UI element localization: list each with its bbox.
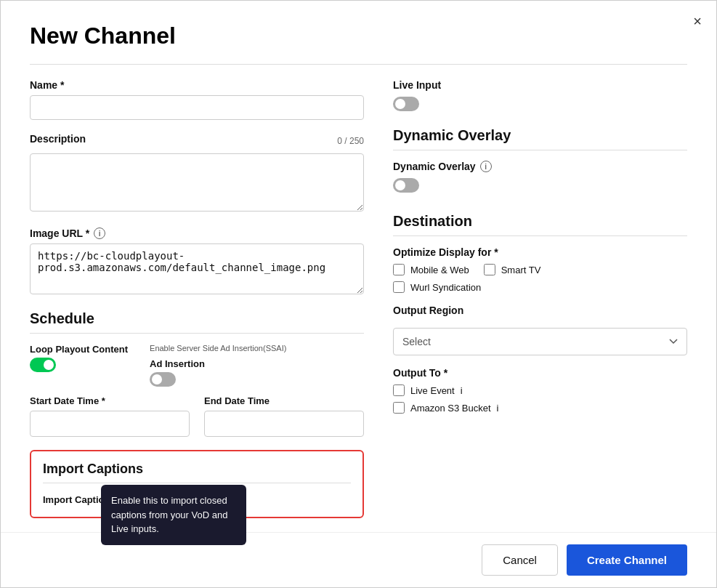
close-button[interactable]: × [693,14,702,28]
start-date-field: Start Date Time * [30,395,190,437]
schedule-title: Schedule [30,310,364,327]
end-date-field: End Date Time [204,395,364,437]
import-captions-divider [43,483,351,483]
wurl-syndication-checkbox[interactable] [393,281,405,293]
description-label: Description [30,133,86,145]
live-event-checkbox[interactable] [393,384,405,396]
optimize-display-group: Mobile & Web Smart TV Wurl Syndication [393,264,687,293]
amazon-s3-checkbox[interactable] [393,402,405,414]
live-event-label: Live Event [410,385,455,396]
left-column: Name * Description 0 / 250 Image URL * i… [30,79,364,518]
loop-playout-toggle[interactable] [30,358,56,372]
output-to-section: Output To * Live Event i Amazon S3 Bucke… [393,367,687,414]
image-url-info-icon[interactable]: i [94,227,105,239]
smart-tv-checkbox-item[interactable]: Smart TV [484,264,541,275]
loop-playout-slider [30,358,56,372]
mobile-web-label: Mobile & Web [410,265,469,275]
output-region-label: Output Region [393,305,687,316]
date-fields-row: Start Date Time * End Date Time [30,395,364,437]
amazon-s3-checkbox-item[interactable]: Amazon S3 Bucket i [393,402,687,414]
import-captions-tooltip: Enable this to import closed captions fr… [101,485,246,545]
mobile-web-checkbox-item[interactable]: Mobile & Web [393,264,469,275]
output-region-select[interactable]: Select US East US West EU West Asia Paci… [393,328,687,355]
image-url-field-group: Image URL * i https://bc-cloudplayout-pr… [30,227,364,297]
start-date-input[interactable] [30,411,190,437]
live-input-toggle[interactable] [393,97,419,111]
end-date-input[interactable] [204,411,364,437]
ad-insertion-sublabel: Enable Server Side Ad Insertion(SSAI) [150,344,286,353]
ad-insertion-toggle[interactable] [150,372,176,387]
ad-insertion-slider [150,372,176,387]
title-divider [30,64,687,65]
destination-divider [393,235,687,236]
mobile-web-checkbox[interactable] [393,264,405,275]
optimize-row-1: Mobile & Web Smart TV [393,264,687,275]
cancel-button[interactable]: Cancel [482,544,558,576]
wurl-syndication-checkbox-item[interactable]: Wurl Syndication [393,281,687,293]
output-to-label: Output To * [393,367,687,379]
amazon-s3-info-icon[interactable]: i [497,403,499,414]
dynamic-overlay-label: Dynamic Overlay i [393,161,687,172]
dynamic-overlay-info-icon[interactable]: i [480,161,492,172]
live-event-checkbox-item[interactable]: Live Event i [393,384,687,396]
loop-playout-label: Loop Playout Content [30,344,128,355]
dynamic-overlay-title: Dynamic Overlay [393,127,687,144]
live-event-info-icon[interactable]: i [461,385,463,396]
ad-insertion-label: Ad Insertion [150,358,286,369]
live-input-slider [393,97,419,111]
destination-title: Destination [393,213,687,230]
import-captions-row: Import Captions i Enable this to import … [43,492,351,507]
description-input[interactable] [30,153,364,212]
image-url-input[interactable]: https://bc-cloudplayout-prod.s3.amazonaw… [30,243,364,294]
smart-tv-checkbox[interactable] [484,264,495,275]
end-date-label: End Date Time [204,395,364,406]
schedule-toggles-row: Loop Playout Content Enable Server Side … [30,344,364,387]
create-channel-button[interactable]: Create Channel [567,544,687,576]
name-label: Name * [30,79,364,91]
optimize-display-label: Optimize Display for * [393,246,687,258]
description-header: Description 0 / 250 [30,133,364,149]
start-date-label: Start Date Time * [30,395,190,406]
modal-title: New Channel [30,23,687,49]
ad-insertion-group: Enable Server Side Ad Insertion(SSAI) Ad… [150,344,286,387]
name-input[interactable] [30,95,364,120]
char-count: 0 / 250 [337,136,364,146]
new-channel-modal: × New Channel Name * Description 0 / 250 [0,0,717,588]
right-column: Live Input Dynamic Overlay Dynamic Overl… [393,79,687,518]
dynamic-overlay-divider [393,150,687,150]
description-field-group: Description 0 / 250 [30,133,364,214]
dynamic-overlay-slider [393,178,419,193]
import-captions-section: Import Captions Import Captions i Enable… [30,450,364,518]
wurl-syndication-label: Wurl Syndication [410,282,481,293]
live-input-section: Live Input [393,79,687,114]
live-input-label: Live Input [393,79,687,91]
import-captions-title: Import Captions [43,462,351,477]
name-field-group: Name * [30,79,364,120]
loop-playout-group: Loop Playout Content [30,344,128,372]
modal-body: Name * Description 0 / 250 Image URL * i… [30,79,687,518]
image-url-label: Image URL * i [30,227,364,239]
smart-tv-label: Smart TV [501,265,541,275]
amazon-s3-label: Amazon S3 Bucket [410,403,491,414]
dynamic-overlay-toggle[interactable] [393,178,419,193]
schedule-divider [30,333,364,334]
output-region-group: Output Region Select US East US West EU … [393,305,687,355]
output-to-group: Live Event i Amazon S3 Bucket i [393,384,687,414]
